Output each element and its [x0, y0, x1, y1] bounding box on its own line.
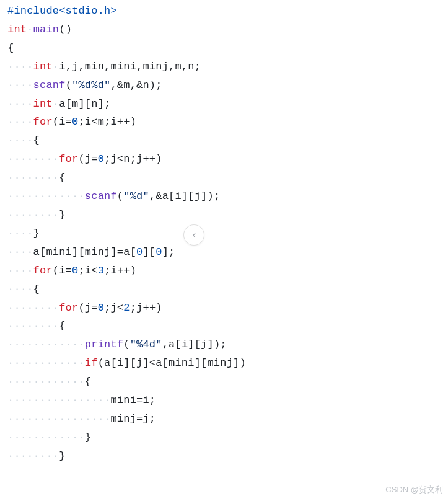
str-lit: "%d": [123, 190, 149, 202]
stmt: ][: [143, 246, 156, 258]
arr-decl: a[m][n];: [59, 98, 110, 110]
for-cond: ;i<: [78, 265, 97, 277]
collapse-button[interactable]: [183, 224, 204, 246]
ws-dot: ····: [7, 116, 33, 128]
ws-dot: ············: [7, 432, 85, 443]
watermark: CSDN @贺文利: [385, 483, 443, 497]
code-line: ········for(j=0;j<n;j++): [7, 150, 448, 169]
ws-dot: ········: [7, 302, 59, 314]
ws-dot: ····: [7, 61, 33, 73]
kw-for: for: [59, 302, 78, 314]
for-cond: ;i++): [104, 265, 136, 277]
ws-dot: ····: [7, 246, 33, 258]
brace-open: {: [85, 376, 91, 388]
kw-int: int: [7, 24, 27, 35]
args: ,a[i][j]);: [162, 339, 227, 350]
if-cond: (a[i][j]<a[mini][minj]): [98, 357, 246, 369]
brace-close: }: [85, 432, 91, 443]
ws-dot: ············: [7, 376, 85, 388]
brace-open: {: [33, 283, 40, 295]
chevron-left-icon: [190, 231, 198, 239]
brace-open: {: [7, 42, 14, 54]
stmt: minj=j;: [110, 413, 156, 425]
fn-main: main: [33, 24, 59, 35]
fn-scanf: scanf: [33, 79, 66, 91]
fn-scanf: scanf: [85, 190, 117, 202]
for-cond: ;j++): [130, 302, 162, 314]
code-line: {: [7, 39, 448, 58]
code-line: ····{: [7, 280, 448, 299]
code-line: ············printf("%4d",a[i][j]);: [7, 335, 448, 354]
str-lit: "%4d": [130, 339, 162, 350]
for-cond: (i=: [53, 116, 72, 128]
kw-int: int: [33, 98, 53, 110]
code-line: ····{: [7, 131, 448, 150]
code-line: ········{: [7, 317, 448, 335]
ws-dot: ········: [7, 209, 59, 221]
code-line: ········for(j=0;j<2;j++): [7, 299, 448, 317]
ws-dot: ·: [53, 98, 59, 110]
ws-dot: ····: [7, 135, 33, 146]
ws-dot: ················: [7, 413, 110, 425]
code-line: ····scanf("%d%d",&m,&n);: [7, 76, 448, 95]
ws-dot: ················: [7, 394, 110, 406]
kw-for: for: [33, 116, 53, 128]
num: 2: [123, 302, 130, 314]
vars: i,j,min,mini,minj,m,n;: [59, 61, 201, 73]
code-line: ············{: [7, 373, 448, 391]
code-line: ············if(a[i][j]<a[mini][minj]): [7, 354, 448, 373]
code-line: ············}: [7, 428, 448, 447]
code-line: ····a[mini][minj]=a[0][0];: [7, 243, 448, 262]
code-line: ····for(i=0;i<3;i++): [7, 262, 448, 280]
kw-for: for: [33, 265, 53, 277]
num: 0: [72, 265, 78, 277]
code-line: ········}: [7, 447, 448, 466]
ws-dot: ····: [7, 228, 33, 239]
stmt: ];: [162, 246, 175, 258]
ws-dot: ····: [7, 265, 33, 277]
args: ,&a[i][j]);: [149, 190, 220, 202]
stmt: mini=i;: [110, 394, 156, 406]
num: 3: [98, 265, 104, 277]
code-line: #include<stdio.h>: [7, 2, 448, 20]
fn-printf: printf: [85, 339, 123, 350]
brace-close: }: [59, 450, 65, 462]
code-line: ········}: [7, 206, 448, 224]
paren-open: (: [123, 339, 130, 350]
code-line: ········{: [7, 169, 448, 187]
code-line: ····for(i=0;i<m;i++): [7, 113, 448, 131]
kw-int: int: [33, 61, 53, 73]
code-line: ····int·i,j,min,mini,minj,m,n;: [7, 58, 448, 76]
for-cond: ;i<m;i++): [78, 116, 136, 128]
ws-dot: ············: [7, 190, 85, 202]
brace-close: }: [59, 209, 65, 221]
hdr: <stdio.h>: [59, 5, 117, 17]
brace-close: }: [33, 228, 40, 239]
ws-dot: ····: [7, 98, 33, 110]
ws-dot: ············: [7, 357, 85, 369]
code-line: ····}: [7, 224, 448, 243]
stmt: a[mini][minj]=a[: [33, 246, 136, 258]
preproc: #include: [7, 5, 59, 17]
code-line: ················minj=j;: [7, 410, 448, 428]
ws-dot: ········: [7, 153, 59, 165]
num: 0: [136, 246, 143, 258]
num: 0: [156, 246, 162, 258]
paren-open: (: [66, 79, 72, 91]
parens: (): [59, 24, 72, 35]
str-lit: "%d%d": [72, 79, 110, 91]
ws-dot: ····: [7, 79, 33, 91]
ws-dot: ········: [7, 450, 59, 462]
for-cond: ;j<: [104, 302, 123, 314]
code-line: ····int·a[m][n];: [7, 95, 448, 113]
num: 0: [72, 116, 78, 128]
num: 0: [98, 302, 104, 314]
code-line: ············scanf("%d",&a[i][j]);: [7, 187, 448, 206]
ws-dot: ·: [27, 24, 33, 35]
args: ,&m,&n);: [110, 79, 162, 91]
ws-dot: ········: [7, 320, 59, 332]
paren-open: (: [117, 190, 123, 202]
brace-open: {: [59, 320, 65, 332]
brace-open: {: [59, 172, 65, 184]
ws-dot: ·: [53, 61, 59, 73]
